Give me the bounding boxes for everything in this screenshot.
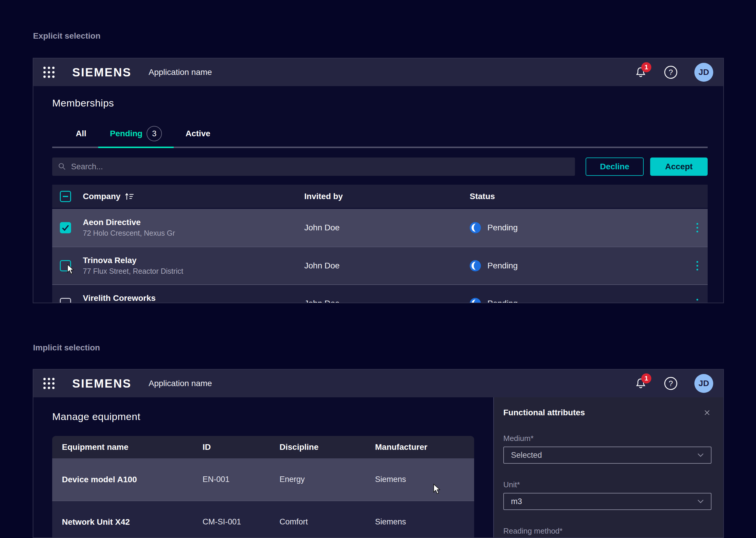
notifications-button[interactable]: 1 [634, 377, 647, 390]
close-icon[interactable] [703, 408, 712, 417]
notifications-button[interactable]: 1 [634, 66, 647, 79]
memberships-window: SIEMENS Application name 1 ? JD Membersh… [33, 58, 724, 303]
tab-all[interactable]: All [64, 126, 98, 148]
search-icon [58, 163, 66, 171]
decline-button[interactable]: Decline [585, 157, 644, 176]
medium-select[interactable]: Selected [503, 447, 712, 464]
avatar[interactable]: JD [694, 374, 713, 393]
search-box [52, 157, 575, 176]
pending-status-icon [470, 222, 481, 233]
column-header-id: ID [193, 443, 270, 452]
accept-button[interactable]: Accept [650, 157, 708, 176]
pending-status-icon [470, 260, 481, 271]
table-row[interactable]: Device model A100 EN-001 Energy Siemens [52, 458, 474, 501]
app-header: SIEMENS Application name 1 ? JD [33, 370, 723, 397]
unit-select[interactable]: m3 [503, 493, 712, 510]
column-header-invited-by: Invited by [304, 192, 470, 201]
search-input[interactable] [71, 162, 569, 171]
app-launcher-icon[interactable] [43, 67, 55, 78]
notification-badge: 1 [641, 373, 651, 383]
field-label-reading-method: Reading method* [503, 526, 712, 536]
pending-count-badge: 3 [147, 126, 162, 141]
application-name: Application name [149, 379, 212, 388]
equipment-table: Equipment name ID Discipline Manufacture… [52, 436, 474, 537]
pending-status-icon [470, 298, 481, 303]
column-header-equipment-name: Equipment name [52, 443, 193, 452]
column-header-discipline: Discipline [270, 443, 365, 452]
column-header-manufacturer: Manufacturer [365, 443, 474, 452]
notification-badge: 1 [641, 62, 651, 72]
table-row[interactable]: Trinova Relay 77 Flux Street, Reactor Di… [52, 246, 708, 284]
check-icon [60, 222, 71, 233]
row-checkbox-unchecked[interactable] [60, 298, 71, 303]
table-header-row: Company Invited by Status [52, 185, 708, 209]
table-row[interactable]: Network Unit X42 CM-SI-001 Comfort Sieme… [52, 501, 474, 537]
status-label: Pending [487, 299, 518, 303]
tab-active[interactable]: Active [174, 126, 222, 148]
row-checkbox-checked[interactable] [60, 222, 71, 233]
app-launcher-icon[interactable] [43, 378, 55, 389]
tab-bar: All Pending 3 Active [52, 126, 708, 148]
siemens-logo: SIEMENS [72, 66, 131, 79]
section-label-implicit: Implicit selection [33, 343, 100, 352]
status-label: Pending [487, 223, 518, 233]
help-button[interactable]: ? [664, 66, 677, 79]
table-row[interactable]: Virelith Coreworks John Doe Pending [52, 284, 708, 303]
row-checkbox-unchecked[interactable] [60, 260, 71, 271]
row-menu-button[interactable] [687, 221, 708, 234]
section-label-explicit: Explicit selection [33, 31, 101, 41]
page-title: Memberships [52, 97, 708, 109]
table-header-row: Equipment name ID Discipline Manufacture… [52, 436, 474, 458]
table-row[interactable]: Aeon Directive 72 Holo Crescent, Nexus G… [52, 209, 708, 246]
row-menu-button[interactable] [687, 259, 708, 272]
chevron-down-icon [697, 453, 704, 457]
field-label-medium: Medium* [503, 434, 712, 443]
row-menu-button[interactable] [687, 297, 708, 303]
equipment-window: SIEMENS Application name 1 ? JD Manage e… [33, 369, 724, 538]
avatar[interactable]: JD [694, 63, 713, 82]
column-header-status: Status [470, 192, 687, 201]
help-button[interactable]: ? [664, 377, 677, 390]
application-name: Application name [149, 68, 212, 77]
column-header-company[interactable]: Company [83, 192, 304, 201]
field-label-unit: Unit* [503, 480, 712, 489]
functional-attributes-panel: Functional attributes Medium* Selected U… [493, 397, 723, 537]
status-label: Pending [487, 261, 518, 270]
memberships-table: Company Invited by Status [52, 185, 708, 303]
select-all-checkbox[interactable] [60, 191, 71, 202]
panel-title: Functional attributes [503, 408, 585, 417]
tab-pending[interactable]: Pending 3 [98, 126, 174, 148]
chevron-down-icon [697, 499, 704, 504]
siemens-logo: SIEMENS [72, 377, 131, 390]
app-header: SIEMENS Application name 1 ? JD [33, 58, 723, 86]
sort-ascending-icon [125, 192, 134, 200]
